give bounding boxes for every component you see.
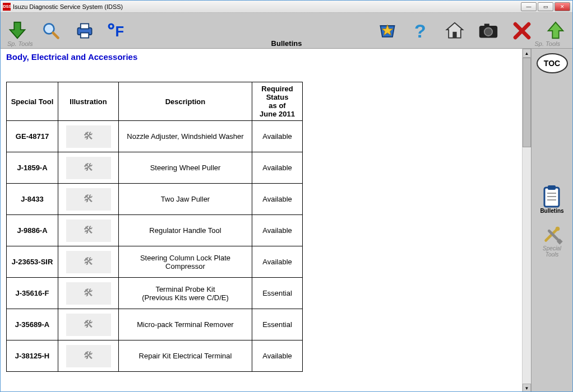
cell-tool: J-9886-A <box>7 215 58 246</box>
cell-status: Available <box>252 121 303 152</box>
illustration-placeholder: 🛠 <box>66 157 111 179</box>
table-row: J-8433🛠Two Jaw PullerAvailable <box>7 184 303 215</box>
tools-icon <box>541 223 563 245</box>
cell-tool: J-38125-H <box>7 340 58 372</box>
app-icon: IDSS <box>3 3 11 11</box>
cell-illustration: 🛠 <box>58 309 119 340</box>
col-status: Required Status as of June 2011 <box>252 82 303 121</box>
temperature-unit-icon[interactable]: F <box>107 20 130 42</box>
svg-rect-4 <box>81 24 89 29</box>
table-row: J-1859-A🛠Steering Wheel PullerAvailable <box>7 152 303 184</box>
cell-illustration: 🛠 <box>58 121 119 152</box>
content-area: Body, Electrical and Accessories Special… <box>1 49 531 392</box>
table-row: J-38125-H🛠Repair Kit Electrical Terminal… <box>7 340 303 372</box>
col-description: Description <box>119 82 252 121</box>
print-icon[interactable] <box>73 20 96 42</box>
illustration-placeholder: 🛠 <box>66 188 111 211</box>
cell-description: Micro-pack Terminal Remover <box>119 309 252 340</box>
cell-description: Two Jaw Puller <box>119 184 252 215</box>
col-illustration: Illustration <box>58 82 119 121</box>
window-close-button[interactable]: ✕ <box>554 2 570 11</box>
svg-rect-18 <box>544 188 559 207</box>
cell-status: Available <box>252 215 303 246</box>
minimize-button[interactable]: — <box>521 2 537 11</box>
cell-status: Available <box>252 246 303 278</box>
clipboard-icon <box>540 185 563 208</box>
table-row: J-35689-A🛠Micro-pack Terminal RemoverEss… <box>7 309 303 340</box>
cell-illustration: 🛠 <box>58 278 119 309</box>
right-sidebar: TOC Bulletins Special Tools <box>531 49 572 392</box>
home-icon[interactable] <box>443 20 466 42</box>
cell-tool: J-1859-A <box>7 152 58 184</box>
sidebar-item-label: Special Tools <box>543 245 561 258</box>
cell-description: Nozzle Adjuster, Windshield Washer <box>119 121 252 152</box>
help-icon[interactable]: ? <box>410 20 432 42</box>
cell-status: Available <box>252 152 303 184</box>
illustration-placeholder: 🛠 <box>66 251 111 273</box>
svg-rect-19 <box>548 185 556 190</box>
svg-marker-17 <box>548 22 563 38</box>
svg-point-24 <box>555 227 560 231</box>
scrollbar[interactable]: ▲ ▼ <box>522 49 531 392</box>
svg-marker-0 <box>10 22 25 38</box>
illustration-placeholder: 🛠 <box>66 220 111 242</box>
toc-button[interactable]: TOC <box>537 53 568 73</box>
cell-illustration: 🛠 <box>58 184 119 215</box>
cell-tool: J-8433 <box>7 184 58 215</box>
cell-status: Available <box>252 184 303 215</box>
svg-text:F: F <box>115 23 124 39</box>
cell-illustration: 🛠 <box>58 152 119 184</box>
sidebar-item-label: Bulletins <box>540 208 563 214</box>
cell-description: Repair Kit Electrical Terminal <box>119 340 252 372</box>
cell-status: Available <box>252 340 303 372</box>
search-icon[interactable] <box>40 20 62 42</box>
table-row: J-35616-F🛠Terminal Probe Kit (Previous K… <box>7 278 303 309</box>
scroll-down-button[interactable]: ▼ <box>523 384 531 392</box>
sidebar-item-special-tools[interactable]: Special Tools <box>541 223 563 258</box>
cell-description: Terminal Probe Kit (Previous Kits were C… <box>119 278 252 309</box>
svg-rect-11 <box>452 31 456 38</box>
cell-tool: GE-48717 <box>7 121 58 152</box>
cell-description: Steering Column Lock Plate Compressor <box>119 246 252 278</box>
cell-illustration: 🛠 <box>58 340 119 372</box>
special-tools-table: Special Tool Illustration Description Re… <box>6 82 303 372</box>
close-x-icon[interactable] <box>511 20 533 42</box>
window-title: Isuzu Diagnostic Service System (IDSS) <box>13 3 521 10</box>
scrollbar-thumb[interactable] <box>523 58 531 147</box>
illustration-placeholder: 🛠 <box>66 345 111 367</box>
illustration-placeholder: 🛠 <box>66 282 111 305</box>
titlebar: IDSS Isuzu Diagnostic Service System (ID… <box>1 1 572 13</box>
table-row: J-9886-A🛠Regulator Handle ToolAvailable <box>7 215 303 246</box>
sidebar-item-bulletins[interactable]: Bulletins <box>540 185 563 214</box>
table-row: J-23653-SIR🛠Steering Column Lock Plate C… <box>7 246 303 278</box>
cell-status: Essential <box>252 278 303 309</box>
camera-icon[interactable] <box>477 20 500 42</box>
cell-description: Regulator Handle Tool <box>119 215 252 246</box>
cell-tool: J-35689-A <box>7 309 58 340</box>
svg-point-14 <box>484 27 492 35</box>
scroll-up-button[interactable]: ▲ <box>523 49 531 58</box>
svg-rect-5 <box>81 32 89 38</box>
cell-tool: J-23653-SIR <box>7 246 58 278</box>
col-tool: Special Tool <box>7 82 58 121</box>
svg-rect-13 <box>484 24 489 26</box>
cell-illustration: 🛠 <box>58 246 119 278</box>
svg-text:?: ? <box>414 20 426 41</box>
cell-description: Steering Wheel Puller <box>119 152 252 184</box>
maximize-button[interactable]: ▭ <box>538 2 553 11</box>
main-toolbar: F ? Sp. Tools Bulletins Sp. Tools <box>1 13 572 49</box>
illustration-placeholder: 🛠 <box>66 314 111 336</box>
sp-tools-right-label: Sp. Tools <box>535 40 560 47</box>
download-arrow-icon[interactable] <box>6 20 29 42</box>
section-heading: Body, Electrical and Accessories <box>1 49 522 65</box>
illustration-placeholder: 🛠 <box>66 125 111 148</box>
cell-tool: J-35616-F <box>7 278 58 309</box>
cell-illustration: 🛠 <box>58 215 119 246</box>
favorites-icon[interactable] <box>376 20 399 42</box>
svg-point-6 <box>109 24 113 29</box>
sp-tools-left-label: Sp. Tools <box>7 40 33 47</box>
cell-status: Essential <box>252 309 303 340</box>
table-row: GE-48717🛠Nozzle Adjuster, Windshield Was… <box>7 121 303 152</box>
upload-arrow-icon[interactable] <box>544 20 567 42</box>
svg-line-2 <box>53 32 58 38</box>
